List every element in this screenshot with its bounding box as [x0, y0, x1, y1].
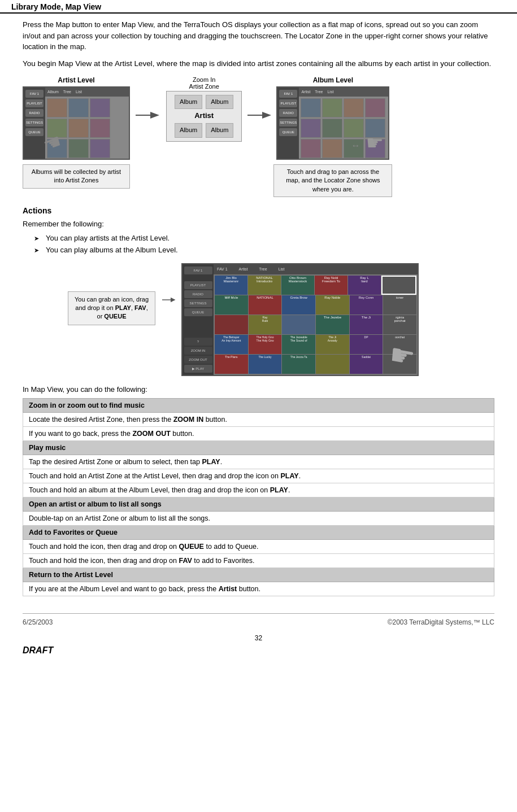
- az-album-bl: Album: [175, 123, 202, 138]
- table-cell-data-4: Touch and hold an Artist Zone at the Art…: [23, 469, 494, 483]
- arrow-svg-2: [246, 107, 273, 123]
- table-cell-data-2: If you want to go back, press the ZOOM O…: [23, 426, 494, 440]
- table-row-header-3: Open an artist or album to list all song…: [23, 497, 494, 511]
- s2-c14: RayRubi: [249, 315, 282, 334]
- table-row-data-9: If you are at the Album Level and want t…: [23, 582, 494, 596]
- az-album-tr: Album: [206, 95, 233, 110]
- grid-cell-10: [47, 159, 67, 160]
- topbar-album: Album: [47, 90, 59, 94]
- grid-cell-2: [68, 98, 89, 117]
- table-cell-data-3: Tap the desired Artist Zone or album to …: [23, 455, 494, 469]
- table-cell-header-3: Open an artist or album to list all song…: [23, 497, 494, 511]
- zoom-in-area: Zoom In Artist Zone Album Album Artist A…: [166, 76, 242, 142]
- footer-copyright: ©2003 TerraDigital Systems,™ LLC: [388, 618, 494, 626]
- grid-cell-3: [90, 98, 110, 117]
- remember-text: Remember the following:: [23, 220, 494, 228]
- s2-c11: Roy Conn: [350, 295, 383, 315]
- table-cell-header-5: Return to the Artist Level: [23, 567, 494, 582]
- table-row-data-3: Tap the desired Artist Zone or album to …: [23, 455, 494, 469]
- settings-btn-r: SETTINGS: [279, 119, 297, 126]
- s2-row3: RayRubi The Jezebe The Ji rginiaporchat: [215, 315, 416, 334]
- zoom-in-bold-1: ZOOM IN: [173, 416, 203, 424]
- artist-level-area: Artist Level FAV 1 PLAYLIST RADIO SETTIN…: [23, 76, 130, 189]
- info-table: Zoom in or zoom out to find music Locate…: [23, 398, 494, 596]
- queue-bold: QUEUE: [104, 313, 126, 320]
- table-cell-header-4: Add to Favorites or Queue: [23, 525, 494, 539]
- diagram1: Artist Level FAV 1 PLAYLIST RADIO SETTIN…: [23, 76, 494, 197]
- topbar-tree-r: Tree: [315, 90, 323, 94]
- s2-c6: [381, 276, 416, 295]
- table-row-header-1: Zoom in or zoom out to find music: [23, 398, 494, 412]
- s2-c25: The Plans: [215, 355, 248, 374]
- fav1-btn: FAV 1: [25, 90, 44, 98]
- s2-c22: The JiAnoody: [316, 335, 349, 354]
- grid-cell-r1: [301, 98, 321, 117]
- s2-c13: [215, 315, 248, 334]
- az-artist-center: Artist: [175, 109, 233, 123]
- topbar-tree: Tree: [63, 90, 71, 94]
- screen-sidebar-left: FAV 1 PLAYLIST RADIO SETTINGS QUEUE: [24, 88, 45, 159]
- s2-zoomout: ZOOM OUT: [184, 356, 212, 364]
- diagram2: You can grab an icon, drag and drop it o…: [68, 263, 494, 376]
- s2-zoomin: ZOOM IN: [184, 347, 212, 355]
- arrow3: [161, 294, 178, 305]
- table-cell-data-8: Touch and hold the icon, then drag and d…: [23, 553, 494, 567]
- bullet-item-1: You can play artists at the Artist Level…: [34, 233, 494, 245]
- play-bold-3: PLAY: [270, 486, 288, 494]
- table-cell-data-9: If you are at the Album Level and want t…: [23, 582, 494, 596]
- table-row-data-4: Touch and hold an Artist Zone at the Art…: [23, 469, 494, 483]
- radio-btn: RADIO: [25, 109, 44, 117]
- grid-cell-12: [90, 159, 110, 160]
- table-row-data-5: Touch and hold an album at the Album Lev…: [23, 483, 494, 497]
- table-row-data-8: Touch and hold the icon, then drag and d…: [23, 553, 494, 567]
- grid-cell-9: [90, 139, 110, 158]
- grid-cell-11: [68, 159, 89, 160]
- s2-c26: The Lucky: [249, 355, 282, 374]
- s2-c29: Saddat: [350, 355, 383, 374]
- screen2: FAV 1 PLAYLIST RADIO SETTINGS QUEUE ? ZO…: [181, 263, 419, 376]
- playlist-btn-r: PLAYLIST: [279, 99, 297, 107]
- grid-cell-r9: [301, 139, 321, 158]
- s2-c7: Miff Mcle: [215, 295, 248, 315]
- s2-c3: Otto BrownMasterstock: [281, 276, 314, 295]
- s2-tree-top: Tree: [259, 267, 267, 271]
- topbar-list: List: [76, 90, 82, 94]
- play-bold-1: PLAY: [202, 458, 220, 466]
- intro-para2: You begin Map View at the Artist Level, …: [23, 58, 494, 69]
- fav-bold: FAV: [134, 304, 146, 311]
- s2-c15: [282, 315, 315, 334]
- topbar-artist: Artist: [301, 90, 310, 94]
- s2-fav1-top: FAV 1: [217, 267, 228, 271]
- s2-playlist: PLAYLIST: [184, 281, 212, 289]
- table-row-data-1: Locate the desired Artist Zone, then pre…: [23, 412, 494, 426]
- az-album-tl: Album: [175, 95, 202, 110]
- s2-fav1: FAV 1: [184, 267, 212, 274]
- table-body: Zoom in or zoom out to find music Locate…: [23, 398, 494, 596]
- grid-cell-r6: [322, 119, 342, 138]
- page-number: 32: [0, 634, 517, 642]
- table-row-header-4: Add to Favorites or Queue: [23, 525, 494, 539]
- screen2-grid: Jim BloMastersnr NATIONALIntroductio Ott…: [214, 274, 418, 375]
- s2-c4: Ray NoblFreedom To: [315, 276, 347, 295]
- table-row-data-7: Touch and hold the icon, then drag and d…: [23, 539, 494, 553]
- callout-drag: You can grab an icon, drag and drop it o…: [68, 291, 155, 325]
- arrow2: [246, 107, 273, 123]
- grid-cell-6: [90, 119, 110, 138]
- s2-list-top: List: [279, 267, 285, 271]
- s2-c2: NATIONALIntroductio: [248, 276, 281, 295]
- screen-topbar-r: Artist Tree List: [299, 88, 388, 97]
- hand-pointer-right: ☚: [366, 132, 384, 154]
- queue-btn-r: QUEUE: [279, 128, 297, 136]
- grid-cell-r4: [365, 98, 385, 117]
- s2-row5: The Plans The Lucky The Jezza Ta Saddat: [215, 355, 416, 374]
- settings-btn: SETTINGS: [25, 119, 44, 126]
- grid-cell-8: [68, 139, 89, 158]
- screen-sidebar-right: FAV 1 PLAYLIST RADIO SETTINGS QUEUE: [277, 88, 299, 159]
- s2-c16: The Jezebe: [316, 315, 349, 334]
- s2-play: ▶ PLAY: [184, 365, 212, 373]
- table-row-header-5: Return to the Artist Level: [23, 567, 494, 582]
- s2-c17: The Ji: [350, 315, 383, 334]
- s2-c27: The Jezza Ta: [282, 355, 315, 374]
- album-level-area: Album Level FAV 1 PLAYLIST RADIO SETTING…: [273, 76, 392, 197]
- s2-queue: QUEUE: [184, 308, 212, 316]
